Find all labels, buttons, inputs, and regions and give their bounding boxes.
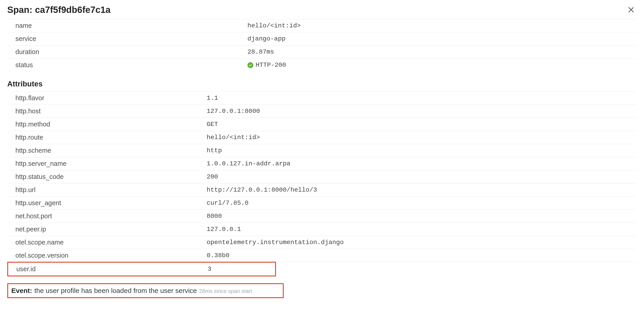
attribute-key: http.route [7,134,207,141]
overview-row: servicedjango-app [7,32,637,45]
attribute-key: http.user_agent [7,199,207,207]
attribute-key: otel.scope.name [7,239,207,246]
attribute-value: 200 [207,173,637,180]
attribute-row: http.host127.0.0.1:8000 [7,105,637,118]
overview-key: status [7,61,248,69]
attribute-value: opentelemetry.instrumentation.django [207,239,637,246]
attributes-heading: Attributes [7,80,637,88]
attribute-row: net.peer.ip127.0.0.1 [7,223,637,236]
attribute-row: http.status_code200 [7,170,637,183]
overview-value: HTTP-200 [248,61,637,69]
overview-value-text: hello/<int:id> [248,22,301,29]
attribute-row: net.host.port8000 [7,210,637,223]
overview-table: namehello/<int:id>servicedjango-appdurat… [7,19,637,71]
attribute-row: http.routehello/<int:id> [7,131,637,144]
event-label: Event: [11,287,32,295]
attribute-key: otel.scope.version [7,252,207,259]
close-button[interactable] [626,4,637,15]
event-highlight: Event: the user profile has been loaded … [7,283,284,298]
attribute-key: http.flavor [7,94,207,102]
attribute-row: http.urlhttp://127.0.0.1:8000/hello/3 [7,183,637,196]
attribute-value: 127.0.0.1:8000 [207,108,637,115]
attribute-value: 3 [208,266,275,273]
attributes-table: http.flavor1.1http.host127.0.0.1:8000htt… [7,91,637,262]
overview-value-text: django-app [248,35,286,42]
title-prefix: Span: [7,5,32,15]
attribute-value: GET [207,121,637,128]
attribute-key: http.host [7,107,207,115]
attribute-key: http.server_name [7,160,207,167]
attribute-row: http.server_name1.0.0.127.in-addr.arpa [7,157,637,170]
highlighted-attribute-row: user.id 3 [7,262,276,276]
overview-row: duration28.87ms [7,45,637,59]
span-id: ca7f5f9db6fe7c1a [35,5,110,15]
event-timestamp-note: 28ms since span start [199,288,252,294]
attribute-value: curl/7.85.0 [207,199,637,206]
attribute-row: http.schemehttp [7,144,637,157]
attribute-key: user.id [8,265,208,273]
attribute-key: http.scheme [7,147,207,154]
overview-key: duration [7,48,248,56]
attribute-value: 1.1 [207,95,637,102]
overview-row: statusHTTP-200 [7,59,637,71]
close-icon [627,6,635,13]
attribute-value: http [207,147,637,154]
event-section: Event: the user profile has been loaded … [7,283,284,298]
overview-key: name [7,22,248,29]
overview-value-text: HTTP-200 [256,61,286,69]
panel-title: Span: ca7f5f9db6fe7c1a [7,5,110,15]
status-ok-icon [248,62,253,68]
attribute-row: http.methodGET [7,118,637,131]
attribute-row: http.flavor1.1 [7,91,637,105]
attribute-key: net.host.port [7,212,207,220]
attribute-value: 1.0.0.127.in-addr.arpa [207,160,637,167]
attribute-key: http.status_code [7,173,207,180]
attribute-row: http.user_agentcurl/7.85.0 [7,196,637,210]
overview-value-text: 28.87ms [248,48,274,55]
attribute-key: net.peer.ip [7,225,207,233]
overview-value: hello/<int:id> [248,22,637,29]
event-description: the user profile has been loaded from th… [34,287,197,295]
attribute-row: otel.scope.nameopentelemetry.instrumenta… [7,236,637,249]
attribute-value: 0.38b0 [207,252,637,259]
attribute-value: http://127.0.0.1:8000/hello/3 [207,186,637,193]
overview-key: service [7,35,248,42]
attribute-value: hello/<int:id> [207,134,637,141]
panel-header: Span: ca7f5f9db6fe7c1a [7,4,637,15]
attribute-row: otel.scope.version0.38b0 [7,249,637,262]
attribute-value: 127.0.0.1 [207,226,637,233]
attribute-value: 8000 [207,213,637,220]
overview-value: 28.87ms [248,48,637,55]
span-detail-panel: Span: ca7f5f9db6fe7c1a namehello/<int:id… [0,0,644,307]
overview-value: django-app [248,35,637,42]
attribute-key: http.url [7,186,207,194]
attribute-key: http.method [7,121,207,128]
overview-row: namehello/<int:id> [7,19,637,32]
